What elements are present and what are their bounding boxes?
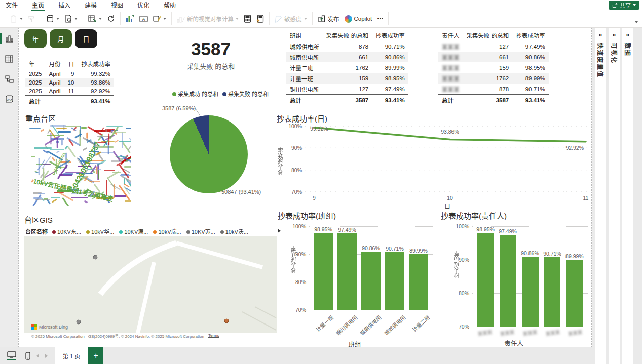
slicer-month-button[interactable]: 月: [50, 29, 72, 48]
map-point-gray-1[interactable]: [93, 255, 97, 259]
table-row[interactable]: 城郊供电所87890.71%: [286, 41, 408, 52]
gis-map-visual[interactable]: 台区GIS 台区名称 10KV东...10kV华...10KV满...10kV瑞…: [24, 214, 284, 343]
table-header-row[interactable]: 班组采集失败 的总和抄表成功率: [286, 30, 408, 41]
quick-measure-button[interactable]: [256, 15, 264, 23]
date-summary-table[interactable]: 年月份日抄表成功率2025April999.32%2025April1093.8…: [25, 58, 114, 106]
table-row[interactable]: 2025April999.32%: [25, 69, 114, 78]
get-data-button[interactable]: [46, 15, 59, 23]
table-header-row[interactable]: 年月份日抄表成功率: [25, 58, 114, 69]
table-total-row[interactable]: 总计358793.41%: [438, 95, 549, 106]
table-header-row[interactable]: 责任人采集失败 的总和抄表成功率: [438, 30, 549, 41]
report-view-button[interactable]: [0, 32, 18, 45]
bar-1[interactable]: 97.49%: [499, 226, 517, 327]
page-tab-1[interactable]: 第 1 页: [55, 347, 88, 364]
bar-0[interactable]: 98.95%: [476, 226, 495, 327]
sensitivity-button[interactable]: 敏感度: [275, 15, 307, 23]
menu-tab-3[interactable]: 建模: [84, 0, 97, 11]
wordcloud-visual[interactable]: 重点台区 10kV云氏颐景园1号公用箱变04210519875704080890…: [25, 113, 147, 209]
new-visual-calc-button[interactable]: 新的视觉对象计算: [177, 15, 239, 23]
paste-button[interactable]: [10, 15, 23, 23]
text-box-button[interactable]: A: [139, 15, 148, 23]
map-legend-item-3[interactable]: 10kV瑞...: [153, 227, 181, 235]
collapsed-pane-1[interactable]: «可视化: [609, 28, 620, 364]
table-row[interactable]: 某某某12797.49%: [438, 41, 549, 52]
table-total-row[interactable]: 总计93.41%: [25, 96, 114, 107]
format-painter-button[interactable]: [28, 15, 35, 23]
next-page-button[interactable]: [45, 354, 48, 358]
map-legend-item-2[interactable]: 10KV满...: [119, 227, 148, 235]
menu-tab-6[interactable]: 帮助: [163, 0, 176, 11]
person-summary-table[interactable]: 责任人采集失败 的总和抄表成功率某某某12797.49%某某某66190.86%…: [438, 30, 549, 105]
new-visual-button[interactable]: [126, 15, 134, 23]
bar-data-label: 98.95%: [476, 226, 495, 232]
bar-0[interactable]: 98.95%: [314, 226, 333, 310]
legend-item-1[interactable]: 采集失败 的总和: [228, 91, 269, 97]
bar-1[interactable]: 97.49%: [337, 226, 357, 310]
collection-pie-chart[interactable]: 3587 (6.59%) 50847 (93.41%): [160, 104, 292, 205]
map-legend-item-1[interactable]: 10kV华...: [86, 227, 114, 235]
map-legend-item-5[interactable]: 10kV沃...: [220, 227, 248, 235]
menu-tab-0[interactable]: 文件: [5, 0, 18, 11]
share-button[interactable]: 共享: [609, 1, 639, 10]
terms-link[interactable]: Terms: [208, 333, 219, 339]
transform-data-button[interactable]: [88, 15, 102, 23]
category-label-4: 某某某: [568, 328, 583, 337]
bar-4[interactable]: 89.99%: [409, 226, 428, 310]
previous-page-button[interactable]: [36, 354, 39, 358]
add-page-button[interactable]: +: [88, 347, 103, 364]
bar-4[interactable]: 89.99%: [565, 226, 584, 327]
bar-2[interactable]: 90.86%: [521, 226, 539, 327]
menu-tab-4[interactable]: 视图: [110, 0, 124, 11]
menu-tab-5[interactable]: 优化: [137, 0, 150, 11]
map-point-gray-2[interactable]: [77, 320, 81, 324]
svg-text:11: 11: [583, 195, 589, 201]
map-canvas[interactable]: [24, 236, 277, 333]
map-legend-item-4[interactable]: 10KV苏...: [186, 227, 215, 235]
table-row[interactable]: 2025April1192.92%: [25, 87, 114, 96]
model-view-button[interactable]: [0, 72, 18, 86]
table-row[interactable]: 铜川供电所12797.49%: [286, 84, 408, 95]
collapsed-pane-2[interactable]: «数据: [622, 28, 633, 364]
desktop-layout-button[interactable]: [7, 351, 16, 360]
more-visuals-button[interactable]: [153, 15, 166, 23]
table-row[interactable]: 某某某87890.71%: [438, 84, 549, 95]
report-canvas[interactable]: 年 月 日 年月份日抄表成功率2025April999.32%2025April…: [18, 28, 592, 347]
map-legend-item-0[interactable]: 10KV东...: [52, 227, 81, 235]
table-row[interactable]: 城南供电所66190.86%: [286, 52, 408, 62]
slicer-day-button[interactable]: 日: [75, 29, 97, 48]
map-point-orange[interactable]: [224, 319, 229, 323]
bar-3[interactable]: 90.71%: [543, 226, 561, 327]
legend-item-0[interactable]: 采集成功 的总和: [178, 91, 218, 97]
expand-pane-icon[interactable]: «: [598, 31, 602, 38]
collapsed-pane-0[interactable]: «快速度量值: [595, 28, 606, 364]
menu-tab-1[interactable]: 主页: [31, 0, 45, 11]
recent-sources-button[interactable]: [64, 15, 78, 23]
table-row[interactable]: 某某某176289.99%: [438, 73, 549, 84]
new-measure-button[interactable]: [244, 15, 251, 23]
copilot-button[interactable]: Copilot: [345, 15, 372, 23]
failed-collection-card[interactable]: 3587 采集失败 的总和: [145, 39, 277, 71]
dax-query-view-button[interactable]: DAX: [0, 93, 18, 106]
refresh-button[interactable]: [107, 15, 115, 23]
team-summary-table[interactable]: 班组采集失败 的总和抄表成功率城郊供电所87890.71%城南供电所66190.…: [286, 30, 408, 105]
pie-circle[interactable]: [170, 115, 248, 193]
bar-3[interactable]: 90.71%: [385, 226, 404, 310]
team-success-bar-chart[interactable]: 抄表成功率(班组) 抄表成功率 100%90%80%70%98.95%97.49…: [278, 210, 441, 364]
table-row[interactable]: 计量一班15998.95%: [286, 73, 408, 84]
expand-pane-icon[interactable]: «: [626, 31, 629, 38]
ribbon-more-button[interactable]: ⋯: [377, 15, 383, 22]
bar-2[interactable]: 90.86%: [361, 226, 381, 310]
slicer-year-button[interactable]: 年: [24, 29, 47, 48]
expand-pane-icon[interactable]: «: [612, 31, 616, 38]
publish-button[interactable]: 发布: [318, 15, 339, 23]
table-total-row[interactable]: 总计358793.41%: [286, 95, 408, 106]
table-view-button[interactable]: [0, 52, 18, 65]
table-row[interactable]: 2025April1093.86%: [25, 78, 114, 87]
person-success-bar-chart[interactable]: 抄表成功率(责任人) 抄表成功率 100%90%80%70%98.95%97.4…: [441, 210, 608, 364]
table-row[interactable]: 某某某66190.86%: [438, 52, 549, 62]
menu-tab-2[interactable]: 插入: [58, 0, 71, 11]
mobile-layout-button[interactable]: [25, 352, 30, 360]
collapse-ribbon-button[interactable]: [635, 21, 638, 23]
table-row[interactable]: 计量二班176289.99%: [286, 62, 408, 73]
table-row[interactable]: 某某某15998.95%: [438, 62, 549, 73]
